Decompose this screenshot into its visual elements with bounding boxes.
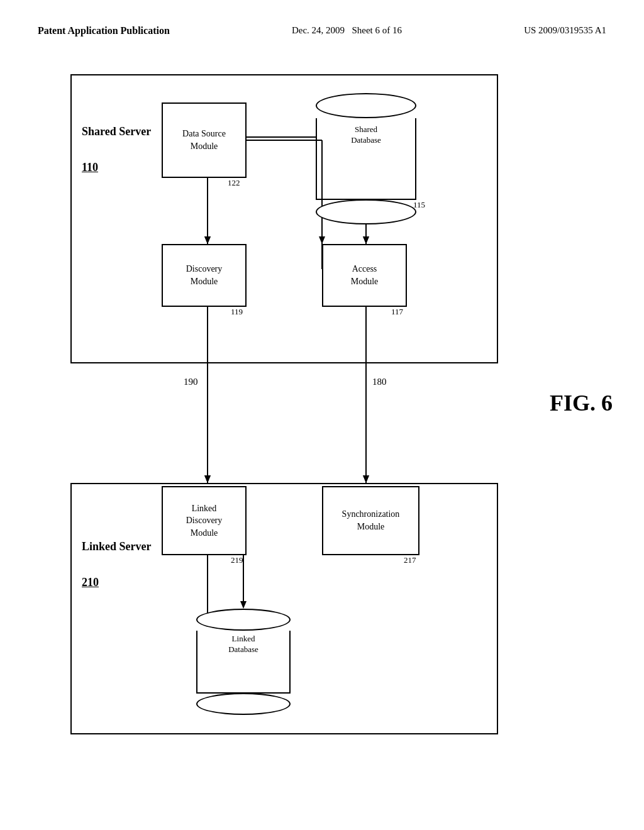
svg-marker-21 — [204, 475, 211, 483]
header-left: Patent Application Publication — [38, 25, 170, 36]
connection-190-label: 190 — [184, 376, 198, 389]
data-source-number: 122 — [228, 178, 240, 189]
shared-server-number: 110 — [82, 161, 98, 174]
linked-discovery-module-box: Linked Discovery Module — [162, 486, 247, 555]
access-number: 117 — [391, 307, 403, 318]
svg-marker-7 — [204, 475, 211, 483]
fig-label: FIG. 6 — [550, 390, 613, 416]
discovery-number: 119 — [231, 307, 243, 318]
discovery-module-box: DiscoveryModule — [162, 244, 247, 307]
linked-discovery-number: 219 — [231, 555, 243, 566]
access-module-box: AccessModule — [322, 244, 407, 307]
linked-server-label: Linked Server — [82, 540, 152, 554]
linked-database-label: Linked Database — [203, 634, 284, 655]
linked-server-number: 210 — [82, 576, 99, 589]
header: Patent Application Publication Dec. 24, … — [0, 0, 644, 49]
sync-number: 217 — [404, 555, 416, 566]
connection-180-label: 180 — [372, 376, 387, 389]
sync-module-box: Synchronization Module — [322, 486, 419, 555]
shared-server-label: Shared Server — [82, 124, 151, 139]
linked-database-cylinder — [196, 609, 291, 715]
diagram-area: Shared Server 110 Data SourceModule 122 … — [52, 68, 592, 760]
header-center: Dec. 24, 2009 Sheet 6 of 16 — [292, 25, 402, 36]
svg-marker-10 — [363, 475, 369, 483]
shared-server-box — [70, 74, 498, 363]
svg-marker-23 — [363, 475, 369, 483]
header-right: US 2009/0319535 A1 — [524, 25, 606, 36]
shared-database-cylinder — [316, 93, 416, 224]
shared-database-label: Shared Database — [322, 124, 410, 146]
data-source-module-box: Data SourceModule — [162, 102, 247, 178]
